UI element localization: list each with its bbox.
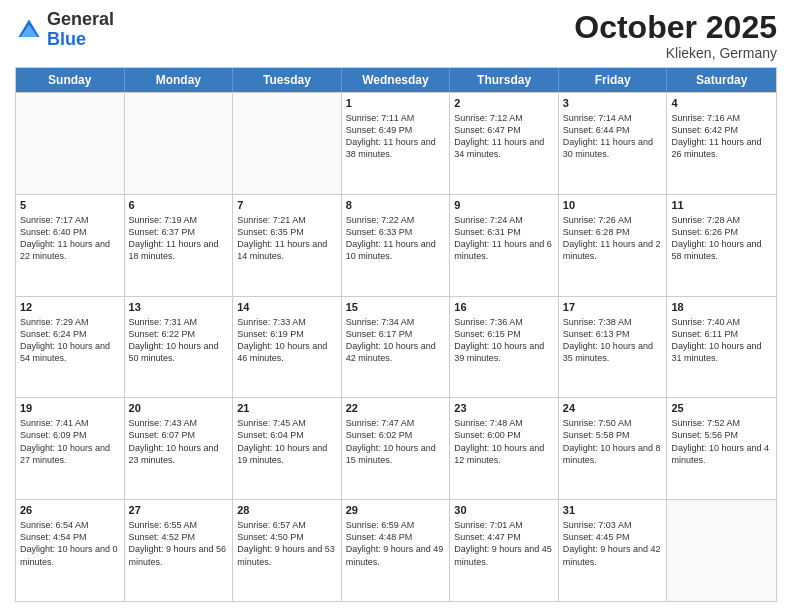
header-tuesday: Tuesday xyxy=(233,68,342,92)
cell-info: Sunrise: 6:54 AM Sunset: 4:54 PM Dayligh… xyxy=(20,519,120,568)
calendar-cell: 6Sunrise: 7:19 AM Sunset: 6:37 PM Daylig… xyxy=(125,195,234,296)
cell-info: Sunrise: 6:57 AM Sunset: 4:50 PM Dayligh… xyxy=(237,519,337,568)
header-friday: Friday xyxy=(559,68,668,92)
logo-general: General xyxy=(47,9,114,29)
day-number: 3 xyxy=(563,96,663,111)
calendar-cell: 20Sunrise: 7:43 AM Sunset: 6:07 PM Dayli… xyxy=(125,398,234,499)
calendar-cell: 12Sunrise: 7:29 AM Sunset: 6:24 PM Dayli… xyxy=(16,297,125,398)
week-row-0: 1Sunrise: 7:11 AM Sunset: 6:49 PM Daylig… xyxy=(16,92,776,194)
header-thursday: Thursday xyxy=(450,68,559,92)
calendar-cell xyxy=(125,93,234,194)
calendar-cell: 25Sunrise: 7:52 AM Sunset: 5:56 PM Dayli… xyxy=(667,398,776,499)
day-number: 13 xyxy=(129,300,229,315)
cell-info: Sunrise: 7:24 AM Sunset: 6:31 PM Dayligh… xyxy=(454,214,554,263)
calendar-cell: 2Sunrise: 7:12 AM Sunset: 6:47 PM Daylig… xyxy=(450,93,559,194)
cell-info: Sunrise: 7:28 AM Sunset: 6:26 PM Dayligh… xyxy=(671,214,772,263)
day-number: 19 xyxy=(20,401,120,416)
day-number: 25 xyxy=(671,401,772,416)
day-number: 21 xyxy=(237,401,337,416)
day-number: 11 xyxy=(671,198,772,213)
cell-info: Sunrise: 7:17 AM Sunset: 6:40 PM Dayligh… xyxy=(20,214,120,263)
day-number: 5 xyxy=(20,198,120,213)
cell-info: Sunrise: 7:12 AM Sunset: 6:47 PM Dayligh… xyxy=(454,112,554,161)
logo: General Blue xyxy=(15,10,114,50)
day-number: 26 xyxy=(20,503,120,518)
header: General Blue October 2025 Klieken, Germa… xyxy=(15,10,777,61)
day-number: 10 xyxy=(563,198,663,213)
cell-info: Sunrise: 7:03 AM Sunset: 4:45 PM Dayligh… xyxy=(563,519,663,568)
calendar-cell: 18Sunrise: 7:40 AM Sunset: 6:11 PM Dayli… xyxy=(667,297,776,398)
week-row-2: 12Sunrise: 7:29 AM Sunset: 6:24 PM Dayli… xyxy=(16,296,776,398)
week-row-3: 19Sunrise: 7:41 AM Sunset: 6:09 PM Dayli… xyxy=(16,397,776,499)
calendar-cell xyxy=(16,93,125,194)
cell-info: Sunrise: 7:50 AM Sunset: 5:58 PM Dayligh… xyxy=(563,417,663,466)
calendar-body: 1Sunrise: 7:11 AM Sunset: 6:49 PM Daylig… xyxy=(16,92,776,601)
calendar-cell: 27Sunrise: 6:55 AM Sunset: 4:52 PM Dayli… xyxy=(125,500,234,601)
cell-info: Sunrise: 7:52 AM Sunset: 5:56 PM Dayligh… xyxy=(671,417,772,466)
day-number: 15 xyxy=(346,300,446,315)
calendar-cell: 11Sunrise: 7:28 AM Sunset: 6:26 PM Dayli… xyxy=(667,195,776,296)
day-number: 28 xyxy=(237,503,337,518)
week-row-1: 5Sunrise: 7:17 AM Sunset: 6:40 PM Daylig… xyxy=(16,194,776,296)
header-monday: Monday xyxy=(125,68,234,92)
cell-info: Sunrise: 7:11 AM Sunset: 6:49 PM Dayligh… xyxy=(346,112,446,161)
cell-info: Sunrise: 7:34 AM Sunset: 6:17 PM Dayligh… xyxy=(346,316,446,365)
calendar-cell: 1Sunrise: 7:11 AM Sunset: 6:49 PM Daylig… xyxy=(342,93,451,194)
cell-info: Sunrise: 7:47 AM Sunset: 6:02 PM Dayligh… xyxy=(346,417,446,466)
header-wednesday: Wednesday xyxy=(342,68,451,92)
location-subtitle: Klieken, Germany xyxy=(574,45,777,61)
day-number: 20 xyxy=(129,401,229,416)
calendar-cell: 13Sunrise: 7:31 AM Sunset: 6:22 PM Dayli… xyxy=(125,297,234,398)
calendar-cell: 10Sunrise: 7:26 AM Sunset: 6:28 PM Dayli… xyxy=(559,195,668,296)
day-number: 9 xyxy=(454,198,554,213)
cell-info: Sunrise: 7:01 AM Sunset: 4:47 PM Dayligh… xyxy=(454,519,554,568)
calendar-cell: 4Sunrise: 7:16 AM Sunset: 6:42 PM Daylig… xyxy=(667,93,776,194)
cell-info: Sunrise: 7:19 AM Sunset: 6:37 PM Dayligh… xyxy=(129,214,229,263)
calendar-cell: 19Sunrise: 7:41 AM Sunset: 6:09 PM Dayli… xyxy=(16,398,125,499)
calendar-cell xyxy=(233,93,342,194)
day-number: 12 xyxy=(20,300,120,315)
day-number: 8 xyxy=(346,198,446,213)
title-block: October 2025 Klieken, Germany xyxy=(574,10,777,61)
cell-info: Sunrise: 7:40 AM Sunset: 6:11 PM Dayligh… xyxy=(671,316,772,365)
cell-info: Sunrise: 7:41 AM Sunset: 6:09 PM Dayligh… xyxy=(20,417,120,466)
calendar-cell: 30Sunrise: 7:01 AM Sunset: 4:47 PM Dayli… xyxy=(450,500,559,601)
calendar-cell: 3Sunrise: 7:14 AM Sunset: 6:44 PM Daylig… xyxy=(559,93,668,194)
calendar-cell: 23Sunrise: 7:48 AM Sunset: 6:00 PM Dayli… xyxy=(450,398,559,499)
day-number: 2 xyxy=(454,96,554,111)
calendar-cell: 14Sunrise: 7:33 AM Sunset: 6:19 PM Dayli… xyxy=(233,297,342,398)
calendar-header: Sunday Monday Tuesday Wednesday Thursday… xyxy=(16,68,776,92)
day-number: 16 xyxy=(454,300,554,315)
day-number: 29 xyxy=(346,503,446,518)
day-number: 31 xyxy=(563,503,663,518)
day-number: 18 xyxy=(671,300,772,315)
cell-info: Sunrise: 7:43 AM Sunset: 6:07 PM Dayligh… xyxy=(129,417,229,466)
day-number: 23 xyxy=(454,401,554,416)
cell-info: Sunrise: 7:31 AM Sunset: 6:22 PM Dayligh… xyxy=(129,316,229,365)
cell-info: Sunrise: 7:38 AM Sunset: 6:13 PM Dayligh… xyxy=(563,316,663,365)
calendar-cell: 26Sunrise: 6:54 AM Sunset: 4:54 PM Dayli… xyxy=(16,500,125,601)
calendar-cell: 5Sunrise: 7:17 AM Sunset: 6:40 PM Daylig… xyxy=(16,195,125,296)
day-number: 7 xyxy=(237,198,337,213)
calendar-cell: 31Sunrise: 7:03 AM Sunset: 4:45 PM Dayli… xyxy=(559,500,668,601)
day-number: 14 xyxy=(237,300,337,315)
cell-info: Sunrise: 7:36 AM Sunset: 6:15 PM Dayligh… xyxy=(454,316,554,365)
cell-info: Sunrise: 7:33 AM Sunset: 6:19 PM Dayligh… xyxy=(237,316,337,365)
calendar-cell: 9Sunrise: 7:24 AM Sunset: 6:31 PM Daylig… xyxy=(450,195,559,296)
cell-info: Sunrise: 7:29 AM Sunset: 6:24 PM Dayligh… xyxy=(20,316,120,365)
logo-text: General Blue xyxy=(47,10,114,50)
header-sunday: Sunday xyxy=(16,68,125,92)
calendar-cell xyxy=(667,500,776,601)
month-title: October 2025 xyxy=(574,10,777,45)
cell-info: Sunrise: 7:48 AM Sunset: 6:00 PM Dayligh… xyxy=(454,417,554,466)
cell-info: Sunrise: 7:45 AM Sunset: 6:04 PM Dayligh… xyxy=(237,417,337,466)
calendar-cell: 22Sunrise: 7:47 AM Sunset: 6:02 PM Dayli… xyxy=(342,398,451,499)
day-number: 22 xyxy=(346,401,446,416)
week-row-4: 26Sunrise: 6:54 AM Sunset: 4:54 PM Dayli… xyxy=(16,499,776,601)
header-saturday: Saturday xyxy=(667,68,776,92)
calendar: Sunday Monday Tuesday Wednesday Thursday… xyxy=(15,67,777,602)
cell-info: Sunrise: 7:14 AM Sunset: 6:44 PM Dayligh… xyxy=(563,112,663,161)
calendar-cell: 8Sunrise: 7:22 AM Sunset: 6:33 PM Daylig… xyxy=(342,195,451,296)
cell-info: Sunrise: 7:22 AM Sunset: 6:33 PM Dayligh… xyxy=(346,214,446,263)
page: General Blue October 2025 Klieken, Germa… xyxy=(0,0,792,612)
